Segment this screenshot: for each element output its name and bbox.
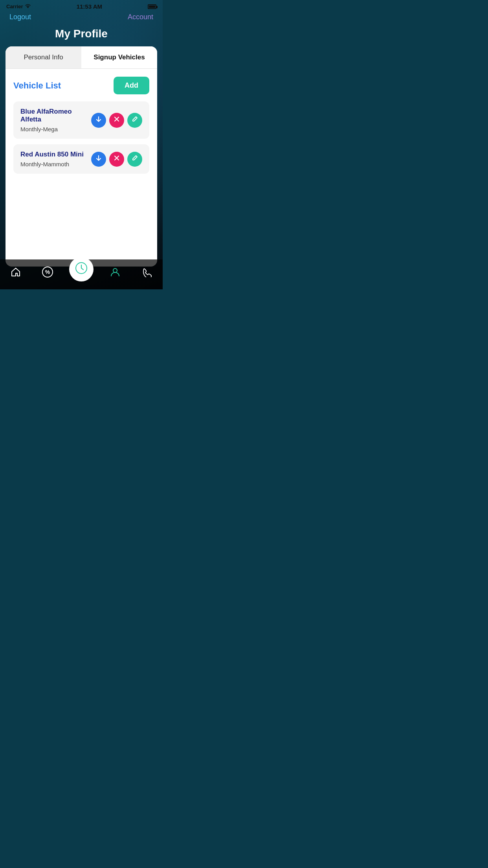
tabs: Personal Info Signup Vehicles [6,46,157,69]
vehicle-list-header: Vehicle List Add [13,77,149,94]
home-icon [10,267,21,280]
remove-button[interactable] [109,113,124,128]
vehicle-plan: Monthly-Mammoth [20,161,84,167]
vehicle-item: Blue AlfaRomeo Alfetta Monthly-Mega [13,101,149,139]
vehicle-plan: Monthly-Mega [20,126,91,132]
close-icon [114,116,120,124]
svg-point-3 [113,268,117,272]
close-icon [114,155,120,163]
edit-button[interactable] [127,152,142,167]
page-title: My Profile [0,24,163,46]
logout-button[interactable]: Logout [9,13,31,21]
vehicle-info: Blue AlfaRomeo Alfetta Monthly-Mega [20,108,91,132]
arrow-down-icon [95,154,102,164]
main-card: Personal Info Signup Vehicles Vehicle Li… [6,46,157,267]
vehicle-info: Red Austin 850 Mini Monthly-Mammoth [20,151,84,167]
bottom-nav-history[interactable] [69,257,94,281]
vehicle-actions [91,113,142,128]
top-nav: Logout Account [0,11,163,24]
clock-icon [75,262,88,277]
download-button[interactable] [91,113,106,128]
status-time: 11:53 AM [77,3,102,10]
account-button[interactable]: Account [128,13,153,21]
vehicle-actions [91,152,142,167]
status-carrier: Carrier [6,4,31,9]
vehicle-list-title: Vehicle List [13,81,61,91]
carrier-text: Carrier [6,4,23,9]
status-bar: Carrier 11:53 AM [0,0,163,11]
tab-personal-info[interactable]: Personal Info [6,46,81,68]
bottom-nav-phone[interactable] [137,263,157,283]
pencil-icon [131,116,138,125]
wifi-icon [25,4,31,9]
vehicle-item: Red Austin 850 Mini Monthly-Mammoth [13,144,149,174]
percent-icon: % [42,266,53,280]
vehicle-name: Red Austin 850 Mini [20,151,84,158]
bottom-nav: % [0,259,163,289]
svg-text:%: % [45,269,50,275]
pencil-icon [131,154,138,164]
status-battery [148,4,156,9]
card-content: Vehicle List Add Blue AlfaRomeo Alfetta … [6,69,157,191]
edit-button[interactable] [127,113,142,128]
phone-icon [142,267,152,280]
download-button[interactable] [91,152,106,167]
remove-button[interactable] [109,152,124,167]
battery-icon [148,4,156,9]
vehicle-name: Blue AlfaRomeo Alfetta [20,108,91,123]
profile-icon [110,267,121,280]
arrow-down-icon [95,116,102,125]
add-vehicle-button[interactable]: Add [114,77,149,94]
bottom-nav-deals[interactable]: % [38,263,57,283]
bottom-nav-profile[interactable] [105,263,125,283]
bottom-nav-home[interactable] [6,263,26,283]
tab-signup-vehicles[interactable]: Signup Vehicles [81,46,157,68]
